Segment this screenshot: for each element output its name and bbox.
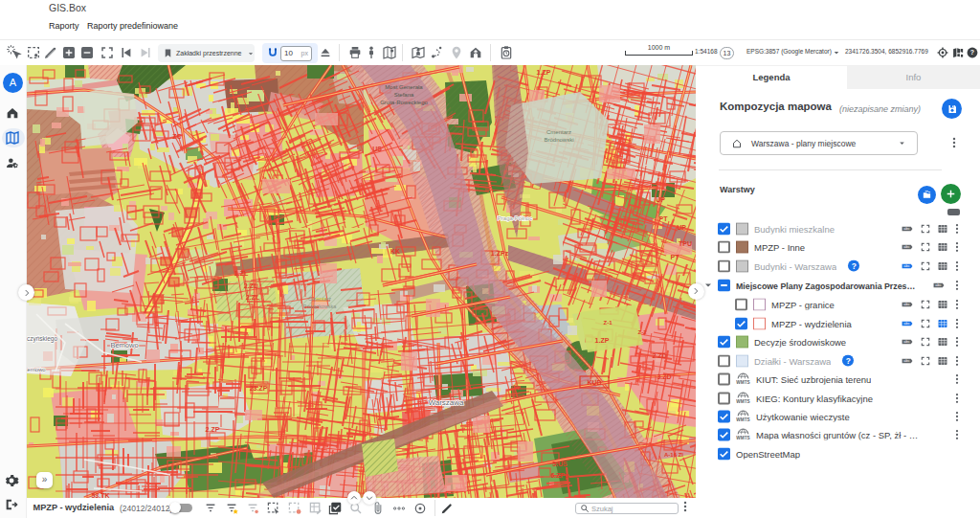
svg-text:WMTS: WMTS	[736, 435, 749, 439]
svg-text:5.US: 5.US	[552, 461, 568, 467]
svg-text:WMTS: WMTS	[736, 417, 749, 421]
svg-text:Bródnowski: Bródnowski	[544, 137, 573, 143]
svg-text:2.ZD: 2.ZD	[652, 352, 666, 359]
svg-text:abc: abc	[935, 282, 942, 287]
svg-text:KK: KK	[390, 248, 400, 255]
svg-text:3.ZD: 3.ZD	[657, 373, 671, 380]
svg-text:2.ZP: 2.ZP	[206, 426, 220, 433]
svg-text:Z-2: Z-2	[638, 329, 648, 335]
svg-text:6.ZPp: 6.ZPp	[550, 472, 568, 480]
svg-text:Stefana: Stefana	[394, 92, 414, 98]
svg-text:abc: abc	[903, 226, 910, 231]
svg-text:WMTS: WMTS	[736, 398, 749, 403]
svg-text:abc: abc	[903, 339, 910, 344]
svg-text:abc: abc	[903, 302, 910, 306]
svg-text:UP: UP	[677, 224, 686, 231]
svg-text:1.ZP: 1.ZP	[595, 337, 610, 344]
svg-text:TPU: TPU	[679, 240, 692, 247]
svg-text:Z-1: Z-1	[604, 320, 613, 326]
svg-text:Most Generała: Most Generała	[385, 84, 423, 90]
svg-text:abc: abc	[903, 263, 910, 268]
svg-text:UP: UP	[656, 196, 665, 203]
svg-text:emowo: emowo	[27, 367, 46, 372]
svg-text:PT: PT	[659, 215, 669, 222]
svg-text:Powązkowska: Powązkowska	[303, 304, 338, 309]
svg-text:Grota-Roweckiego: Grota-Roweckiego	[380, 100, 428, 105]
svg-text:Bemowo: Bemowo	[110, 341, 138, 349]
svg-text:US: US	[372, 146, 382, 152]
svg-text:abc: abc	[903, 244, 910, 249]
svg-text:Cmentarz: Cmentarz	[308, 296, 331, 302]
svg-text:WMTS: WMTS	[736, 380, 749, 385]
svg-text:Cmentarz: Cmentarz	[546, 129, 571, 135]
svg-text:2.ZL: 2.ZL	[246, 294, 260, 301]
svg-text:A-16 Zl: A-16 Zl	[664, 452, 683, 458]
svg-text:czyńskiego: czyńskiego	[27, 335, 57, 343]
svg-text:KUD: KUD	[587, 379, 601, 386]
svg-text:ZC: ZC	[172, 133, 181, 140]
svg-text:23.ZP: 23.ZP	[250, 385, 268, 392]
svg-text:1.ZPz: 1.ZPz	[491, 250, 509, 257]
svg-text:1.ZL: 1.ZL	[234, 270, 249, 277]
svg-text:1.ZP: 1.ZP	[537, 69, 551, 76]
svg-text:2.ZL: 2.ZL	[244, 282, 258, 289]
svg-text:Warszawa: Warszawa	[428, 398, 464, 407]
svg-text:abc: abc	[903, 358, 910, 363]
svg-text:abc: abc	[903, 321, 910, 326]
svg-text:PT: PT	[671, 254, 680, 260]
svg-text:?: ?	[970, 49, 974, 56]
svg-text:Praga-Północ: Praga-Północ	[498, 215, 532, 221]
